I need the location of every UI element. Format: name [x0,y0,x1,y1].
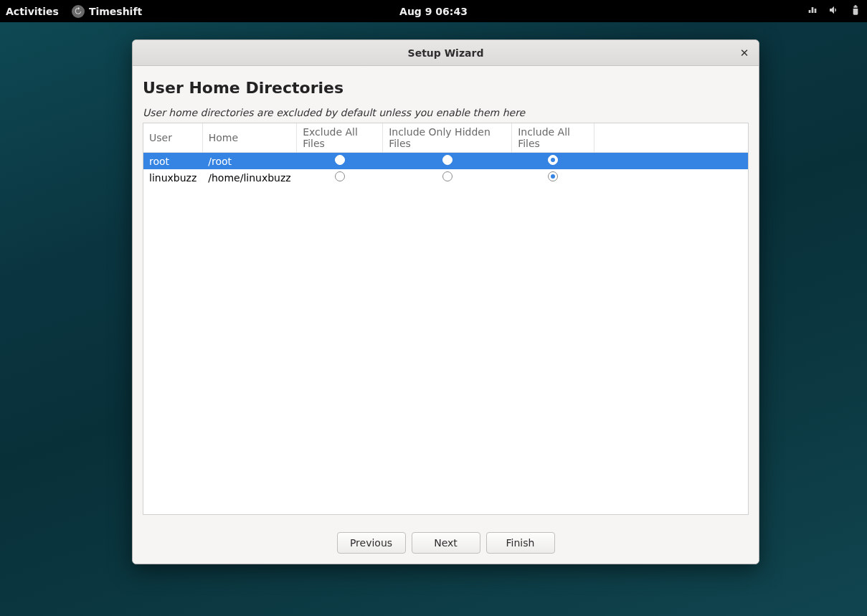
page-title: User Home Directories [143,79,749,97]
users-table: User Home Exclude All Files Include Only… [143,123,748,186]
col-include-all[interactable]: Include All Files [512,123,594,153]
table-row[interactable]: linuxbuzz /home/linuxbuzz [143,169,748,186]
radio-exclude[interactable] [335,171,345,181]
next-button[interactable]: Next [412,532,480,554]
col-exclude[interactable]: Exclude All Files [297,123,383,153]
topbar-app-name: Timeshift [89,6,142,17]
table-row[interactable]: root /root [143,153,748,170]
col-spacer [594,123,748,153]
cell-user: root [143,153,202,170]
col-home[interactable]: Home [202,123,296,153]
wizard-content: User Home Directories User home director… [133,66,759,522]
users-table-wrap: User Home Exclude All Files Include Only… [143,123,749,515]
radio-include-all[interactable] [548,171,558,181]
topbar-clock[interactable]: Aug 9 06:43 [399,6,468,17]
col-hidden[interactable]: Include Only Hidden Files [383,123,512,153]
cell-user: linuxbuzz [143,169,202,186]
gnome-topbar: Activities Timeshift Aug 9 06:43 [0,0,867,22]
cell-home: /root [202,153,296,170]
radio-hidden[interactable] [442,155,453,165]
window-titlebar[interactable]: Setup Wizard ✕ [133,40,759,66]
power-icon[interactable] [850,4,861,18]
previous-button[interactable]: Previous [337,532,406,554]
topbar-app[interactable]: Timeshift [72,5,142,18]
page-subtitle: User home directories are excluded by de… [143,107,749,118]
wizard-footer: Previous Next Finish [133,522,759,564]
cell-home: /home/linuxbuzz [202,169,296,186]
close-icon[interactable]: ✕ [737,46,752,60]
col-user[interactable]: User [143,123,202,153]
setup-wizard-window: Setup Wizard ✕ User Home Directories Use… [132,39,759,564]
radio-hidden[interactable] [442,171,453,181]
radio-include-all[interactable] [548,155,558,165]
volume-icon[interactable] [828,4,840,18]
table-header-row: User Home Exclude All Files Include Only… [143,123,748,153]
network-icon[interactable] [807,4,818,18]
radio-exclude[interactable] [335,155,345,165]
window-title: Setup Wizard [408,47,484,59]
activities-button[interactable]: Activities [6,6,59,17]
finish-button[interactable]: Finish [486,532,555,554]
timeshift-icon [72,5,85,18]
